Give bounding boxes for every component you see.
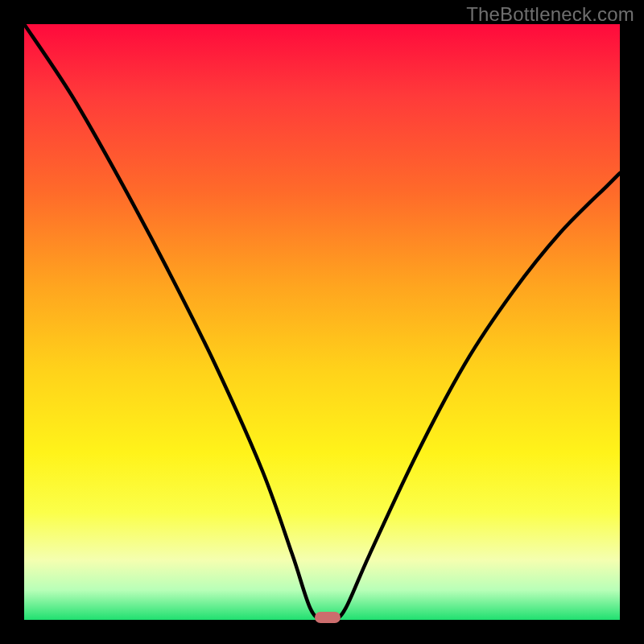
- bottleneck-curve: [24, 24, 620, 620]
- chart-frame: TheBottleneck.com: [0, 0, 644, 644]
- watermark-text: TheBottleneck.com: [466, 3, 634, 26]
- plot-area: [24, 24, 620, 620]
- optimal-marker: [315, 612, 341, 623]
- curve-path: [24, 24, 620, 620]
